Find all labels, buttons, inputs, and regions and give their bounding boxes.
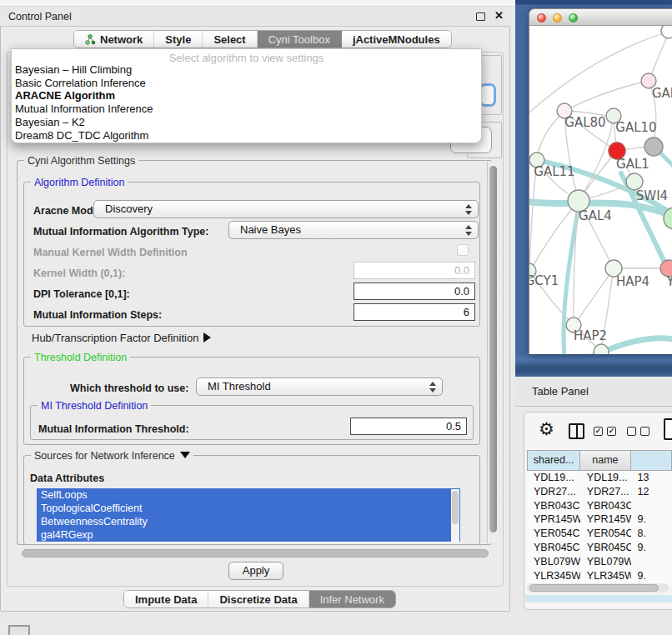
table-cell[interactable]: YPR145W — [580, 512, 631, 527]
table-cell[interactable]: YER054C — [527, 527, 580, 541]
tab-network[interactable]: Network — [74, 31, 154, 48]
kernel-width-field[interactable]: 0.0 — [354, 262, 475, 279]
table-row[interactable]: YBR043CYBR043C — [527, 499, 672, 513]
tab-impute-data[interactable]: Impute Data — [124, 591, 208, 608]
list-item[interactable]: gal4RGexp — [37, 528, 460, 542]
hide-all-columns-icon[interactable] — [627, 427, 649, 436]
table-cell[interactable]: YDR27... — [580, 485, 631, 499]
tab-select[interactable]: Select — [203, 31, 257, 48]
hub-definition-toggle[interactable]: Hub/Transcription Factor Definition — [32, 332, 211, 344]
control-panel-title: Control Panel — [8, 11, 72, 22]
table-footer-strip — [525, 595, 672, 602]
minimized-window-icon[interactable] — [8, 625, 30, 635]
table-cell[interactable]: 9. — [631, 512, 672, 527]
network-node[interactable] — [626, 173, 643, 190]
aracne-mode-combobox[interactable]: Discovery — [93, 200, 479, 218]
network-node-label: GAL11 — [534, 164, 574, 179]
column-header-name[interactable]: name — [580, 450, 631, 471]
tab-discretize-data[interactable]: Discretize Data — [208, 591, 308, 608]
table-horizontal-scrollbar[interactable] — [527, 583, 669, 592]
settings-vertical-scrollbar[interactable] — [487, 162, 498, 543]
table-cell[interactable]: YLR345W — [527, 569, 580, 583]
tab-style[interactable]: Style — [154, 31, 203, 48]
table-cell[interactable]: YER054C — [580, 527, 631, 541]
list-item[interactable]: TopologicalCoefficient — [37, 502, 460, 515]
mi-type-value: Naive Bayes — [240, 223, 301, 236]
table-row[interactable]: YPR145WYPR145W9. — [527, 512, 672, 527]
split-view-icon[interactable] — [569, 423, 584, 439]
menu-item[interactable]: Dream8 DC_TDC Algorithm — [12, 129, 481, 142]
table-cell[interactable] — [631, 555, 672, 569]
table-cell[interactable]: YDL19... — [580, 471, 631, 485]
table-row[interactable]: YBR045CYBR045C9. — [527, 541, 672, 555]
network-node[interactable] — [644, 138, 663, 156]
menu-item[interactable]: Basic Correlation Inference — [12, 77, 481, 90]
list-item[interactable]: SelfLoops — [37, 488, 460, 502]
apply-button[interactable]: Apply — [228, 562, 283, 580]
mi-threshold-definition-title: MI Threshold Definition — [38, 400, 151, 412]
table-row[interactable]: YDL19...YDL19...13 — [527, 471, 672, 485]
network-node[interactable] — [661, 26, 672, 38]
which-threshold-label: Which threshold to use: — [70, 382, 188, 394]
network-icon — [85, 34, 96, 45]
float-icon[interactable] — [476, 12, 485, 21]
function-builder-icon[interactable] — [664, 418, 672, 440]
network-canvas[interactable]: GALGAL80GAL10GAL1GAL11SWI4GAL4GCY1HAP4YH… — [529, 26, 672, 354]
minimize-traffic-light-icon[interactable] — [553, 13, 562, 22]
dpi-tolerance-field[interactable]: 0.0 — [354, 282, 475, 300]
table-row[interactable]: YLR345WYLR345W9. — [527, 569, 672, 583]
menu-item[interactable]: Mutual Information Inference — [12, 102, 481, 116]
table-cell[interactable]: YBR043C — [527, 499, 580, 513]
table-cell[interactable]: YBR045C — [527, 541, 580, 555]
table-cell[interactable]: 9. — [631, 541, 672, 555]
table-cell[interactable]: YDL19... — [527, 471, 580, 485]
table-cell[interactable]: 8. — [631, 527, 672, 541]
table-cell[interactable]: YBL079W — [527, 555, 580, 569]
mi-type-label: Mutual Information Algorithm Type: — [33, 226, 208, 238]
mi-steps-field[interactable]: 6 — [354, 303, 475, 321]
table-row[interactable]: YER054CYER054C8. — [527, 527, 672, 541]
table-cell[interactable]: 12 — [631, 485, 672, 499]
zoom-traffic-light-icon[interactable] — [569, 13, 578, 22]
network-canvas-svg: GALGAL80GAL10GAL1GAL11SWI4GAL4GCY1HAP4YH… — [529, 26, 672, 354]
table-row[interactable]: YBL079WYBL079W — [527, 555, 672, 569]
manual-kernel-checkbox[interactable] — [457, 244, 469, 256]
tab-jactivemnodules[interactable]: jActiveMNodules — [342, 31, 451, 48]
table-row[interactable]: YDR27...YDR27...12 — [527, 485, 672, 499]
table-cell[interactable]: YPR145W — [527, 512, 580, 527]
settings-horizontal-scrollbar[interactable] — [20, 548, 492, 558]
network-node[interactable] — [594, 344, 609, 354]
table-panel-titlebar[interactable]: Table Panel — [515, 377, 672, 407]
table-cell[interactable]: YDR27... — [527, 485, 580, 499]
algorithm-dropdown-popup: Select algorithm to view settings Bayesi… — [11, 48, 482, 143]
tab-cyni-toolbox[interactable]: Cyni Toolbox — [258, 31, 342, 48]
column-header-shared-name[interactable]: shared... — [527, 450, 580, 471]
mi-threshold-field[interactable]: 0.5 — [350, 418, 467, 435]
table-cell[interactable]: YBL079W — [580, 555, 631, 569]
menu-item[interactable]: Bayesian – K2 — [12, 116, 481, 129]
table-cell[interactable]: 9. — [631, 569, 672, 583]
gear-icon[interactable]: ⚙ — [539, 419, 554, 439]
table-cell[interactable]: YBR043C — [580, 499, 631, 513]
close-icon[interactable]: ✕ — [494, 9, 504, 22]
menu-item-selected[interactable]: ARACNE Algorithm — [12, 89, 481, 102]
close-traffic-light-icon[interactable] — [537, 13, 546, 22]
which-threshold-combobox[interactable]: MI Threshold — [196, 378, 443, 396]
column-header-partial[interactable] — [631, 450, 672, 471]
list-item[interactable]: BetweennessCentrality — [37, 515, 460, 528]
network-node-label: GAL — [652, 86, 672, 101]
control-panel-titlebar[interactable]: Control Panel ✕ — [0, 7, 510, 27]
data-attributes-list[interactable]: SelfLoops TopologicalCoefficient Between… — [37, 488, 460, 542]
network-window-titlebar[interactable] — [529, 8, 672, 26]
table-cell[interactable] — [631, 499, 672, 513]
tab-infer-network[interactable]: Infer Network — [309, 591, 395, 608]
list-scrollbar[interactable] — [451, 489, 459, 542]
mi-type-combobox[interactable]: Naive Bayes — [228, 221, 479, 239]
menu-item[interactable]: Bayesian – Hill Climbing — [12, 63, 481, 77]
table-cell[interactable]: 13 — [631, 471, 672, 485]
table-cell[interactable]: YLR345W — [580, 569, 631, 583]
sources-group-title[interactable]: Sources for Network Inference — [31, 450, 193, 462]
network-node-label: GAL1 — [616, 157, 649, 172]
show-all-columns-icon[interactable]: ✓✓ — [594, 427, 616, 436]
table-cell[interactable]: YBR045C — [580, 541, 631, 555]
